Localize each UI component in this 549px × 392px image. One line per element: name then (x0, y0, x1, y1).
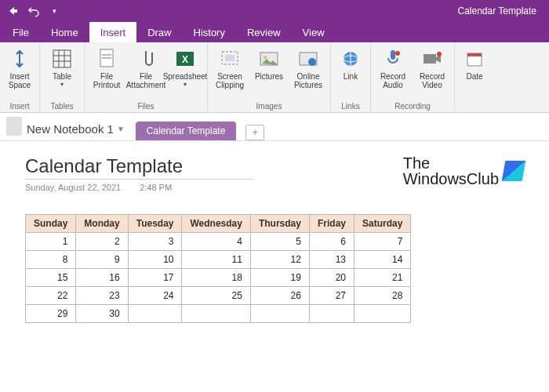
tab-history[interactable]: History (183, 22, 236, 42)
notebook-icon[interactable] (6, 117, 22, 136)
svg-point-15 (308, 58, 316, 66)
chevron-down-icon: ▼ (183, 82, 188, 87)
svg-rect-21 (424, 54, 436, 64)
online-pictures-icon (296, 47, 320, 71)
calendar-cell[interactable]: 2 (76, 233, 128, 251)
back-icon[interactable] (6, 4, 20, 18)
svg-rect-0 (53, 50, 71, 67)
record-video-button[interactable]: Record Video (413, 44, 451, 93)
svg-point-20 (395, 51, 400, 56)
calendar-cell[interactable]: 21 (354, 269, 410, 287)
calendar-cell[interactable] (182, 305, 250, 323)
qat-customize-icon[interactable]: ▾ (47, 4, 61, 18)
screen-clipping-button[interactable]: Screen Clipping (211, 44, 249, 93)
calendar-header-cell: Thursday (250, 215, 309, 233)
svg-rect-24 (467, 53, 482, 56)
tab-insert[interactable]: Insert (89, 22, 137, 42)
calendar-cell[interactable]: 28 (354, 287, 410, 305)
svg-rect-11 (225, 55, 235, 61)
group-insert: Insert Space Insert (0, 42, 40, 112)
section-tab[interactable]: Calendar Template (136, 122, 237, 140)
calendar-cell[interactable]: 29 (26, 305, 76, 323)
calendar-cell[interactable]: 4 (182, 233, 250, 251)
calendar-cell[interactable]: 11 (182, 251, 250, 269)
calendar-header-cell: Wednesday (182, 215, 250, 233)
online-pictures-button[interactable]: Online Pictures (289, 44, 327, 93)
calendar-cell[interactable]: 22 (26, 287, 76, 305)
calendar-cell[interactable]: 9 (76, 251, 128, 269)
svg-point-13 (264, 56, 267, 59)
record-audio-button[interactable]: Record Audio (374, 44, 412, 93)
calendar-cell[interactable]: 14 (354, 251, 410, 269)
calendar-cell[interactable]: 13 (309, 251, 354, 269)
calendar-cell[interactable]: 25 (182, 287, 250, 305)
calendar-cell[interactable]: 8 (26, 251, 76, 269)
calendar-cell[interactable]: 26 (250, 287, 309, 305)
link-button[interactable]: Link (334, 44, 367, 84)
table-row: 15161718192021 (26, 269, 411, 287)
calendar-cell[interactable]: 19 (250, 269, 309, 287)
calendar-cell[interactable]: 24 (128, 287, 182, 305)
calendar-cell[interactable]: 10 (128, 251, 182, 269)
calendar-cell[interactable]: 3 (128, 233, 182, 251)
calendar-cell[interactable]: 5 (250, 233, 309, 251)
svg-point-22 (437, 52, 442, 56)
calendar-cell[interactable] (354, 305, 410, 323)
tab-home[interactable]: Home (40, 22, 89, 42)
spreadsheet-icon: X (173, 47, 197, 71)
group-timestamp: Date (455, 42, 494, 112)
calendar-cell[interactable]: 27 (309, 287, 354, 305)
calendar-header-cell: Tuesday (128, 215, 182, 233)
svg-rect-7 (102, 57, 111, 59)
calendar-cell[interactable]: 16 (76, 269, 128, 287)
calendar-cell[interactable]: 7 (354, 233, 410, 251)
table-button[interactable]: Table ▼ (43, 44, 81, 90)
insert-space-button[interactable]: Insert Space (3, 44, 36, 93)
pictures-button[interactable]: Pictures (250, 44, 288, 84)
tab-file[interactable]: File (2, 22, 40, 42)
tab-review[interactable]: Review (236, 22, 292, 42)
calendar-cell[interactable]: 18 (182, 269, 250, 287)
link-icon (339, 47, 362, 71)
calendar-header-cell: Saturday (354, 215, 410, 233)
ribbon-tabs: File Home Insert Draw History Review Vie… (0, 22, 549, 42)
table-row: 1234567 (26, 233, 411, 251)
table-row: 2930 (26, 305, 411, 323)
microphone-icon (381, 47, 405, 71)
file-printout-button[interactable]: File Printout (88, 44, 125, 93)
calendar-cell[interactable]: 6 (309, 233, 354, 251)
file-printout-icon (95, 47, 118, 71)
notebook-name[interactable]: New Notebook 1 ▼ (27, 122, 125, 136)
calendar-header-cell: Sunday (26, 215, 76, 233)
tab-draw[interactable]: Draw (136, 22, 182, 42)
file-attachment-button[interactable]: File Attachment (127, 44, 165, 93)
calendar-icon (463, 47, 486, 71)
table-icon (50, 47, 74, 71)
calendar-cell[interactable]: 20 (309, 269, 354, 287)
calendar-cell[interactable] (309, 305, 354, 323)
calendar-cell[interactable]: 15 (26, 269, 76, 287)
page-title[interactable]: Calendar Template (25, 155, 253, 177)
group-recording: Record Audio Record Video Recording (371, 42, 455, 112)
add-section-button[interactable]: + (245, 125, 264, 140)
calendar-cell[interactable]: 17 (128, 269, 182, 287)
calendar-cell[interactable]: 30 (76, 305, 128, 323)
group-links: Link Links (331, 42, 371, 112)
date-button[interactable]: Date (458, 44, 491, 84)
page-area: Calendar Template Sunday, August 22, 202… (0, 141, 549, 337)
tab-view[interactable]: View (292, 22, 336, 42)
calendar-cell[interactable]: 1 (26, 233, 76, 251)
svg-rect-6 (102, 54, 111, 56)
calendar-header-cell: Friday (309, 215, 354, 233)
undo-icon[interactable] (27, 4, 41, 18)
pictures-icon (257, 47, 281, 71)
calendar-table[interactable]: SundayMondayTuesdayWednesdayThursdayFrid… (25, 214, 411, 323)
calendar-cell[interactable]: 23 (76, 287, 128, 305)
window-title: Calendar Template (457, 5, 536, 16)
group-files: File Printout File Attachment X Spreadsh… (85, 42, 208, 112)
calendar-cell[interactable] (128, 305, 182, 323)
calendar-cell[interactable] (250, 305, 309, 323)
calendar-cell[interactable]: 12 (250, 251, 309, 269)
spreadsheet-button[interactable]: X Spreadsheet ▼ (166, 44, 204, 90)
page-date: Sunday, August 22, 2021 (25, 183, 121, 192)
